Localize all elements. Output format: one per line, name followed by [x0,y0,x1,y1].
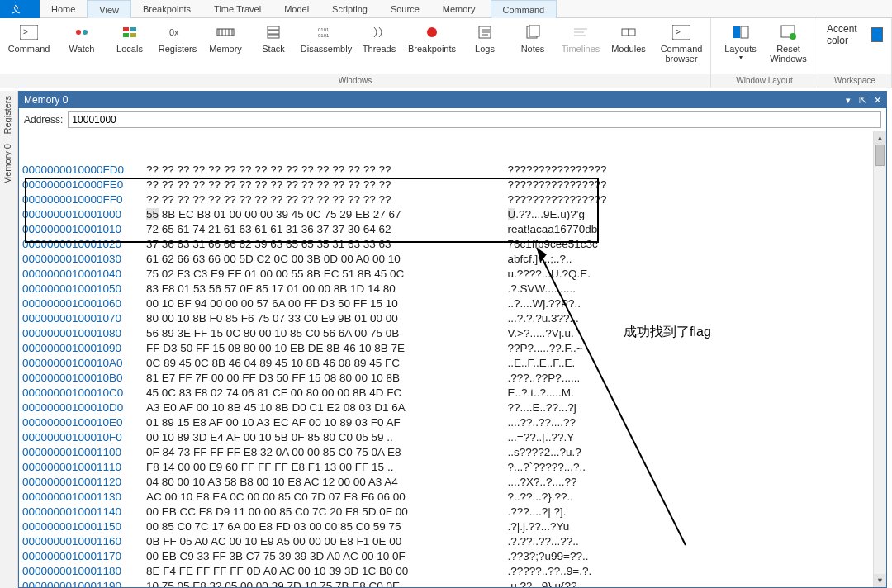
hex-address: 00000000100010B0 [22,371,146,386]
hex-row[interactable]: 0000000010001110F8 14 00 00 E9 60 FF FF … [22,460,883,475]
hex-row[interactable]: 000000001000102037 36 63 31 66 66 62 39 … [22,237,883,252]
hex-row[interactable]: 00000000100010E001 89 15 E8 AF 00 10 A3 … [22,415,883,430]
hex-row[interactable]: 000000001000108056 89 3E FF 15 0C 80 00 … [22,326,883,341]
panel-pin-icon[interactable]: ⇱ [859,95,866,105]
hex-bytes: 37 36 63 31 66 66 62 39 63 65 65 35 31 6… [146,237,501,252]
hex-dump[interactable]: 0000000010000FD0?? ?? ?? ?? ?? ?? ?? ?? … [19,131,886,587]
ribbon-layouts[interactable]: Layouts▾ [717,21,765,61]
ribbon-memory[interactable]: Memory [202,21,249,54]
ribbon-disassembly[interactable]: 01010101Disassembly [297,21,355,54]
hex-row[interactable]: 000000001000114000 EB CC E8 D9 11 00 00 … [22,505,883,519]
hex-row[interactable]: 0000000010000FF0?? ?? ?? ?? ?? ?? ?? ?? … [22,192,883,207]
tab-model[interactable]: Model [273,0,320,18]
hex-row[interactable]: 0000000010000FD0?? ?? ?? ?? ?? ?? ?? ?? … [22,163,883,178]
hex-row[interactable]: 0000000010001130AC 00 10 E8 EA 0C 00 00 … [22,490,883,505]
hex-address: 0000000010001020 [22,237,146,252]
panel-dropdown-icon[interactable]: ▾ [846,95,851,105]
hex-ascii: ?..??...?}.??.. [501,490,573,505]
hex-row[interactable]: 000000001000112004 80 00 10 A3 58 B8 00 … [22,475,883,490]
tab-file[interactable]: 文件 [0,0,40,18]
hex-row[interactable]: 000000001000104075 02 F3 C3 E9 EF 01 00 … [22,267,883,282]
hex-row[interactable]: 000000001000117000 EB C9 33 FF 3B C7 75 … [22,549,883,564]
hex-row[interactable]: 00000000100010A00C 89 45 0C 8B 46 04 89 … [22,356,883,371]
hex-row[interactable]: 00000000100011600B FF 05 A0 AC 00 10 E9 … [22,534,883,549]
scroll-up-icon[interactable]: ▲ [874,131,886,145]
hex-row[interactable]: 0000000010001090FF D3 50 FF 15 08 80 00 … [22,341,883,356]
tab-breakpoints[interactable]: Breakpoints [131,0,202,18]
address-input[interactable] [68,111,881,128]
vertical-scrollbar[interactable]: ▲ ▼ [873,131,886,587]
ribbon-registers[interactable]: 0xRegisters [154,21,202,54]
hex-bytes: 00 EB CC E8 D9 11 00 00 85 C0 7C 20 E8 5… [146,505,501,519]
svg-rect-30 [622,29,629,36]
ribbon-threads[interactable]: Threads [355,21,403,54]
hex-row[interactable]: 000000001000100055 8B EC B8 01 00 00 00 … [22,207,883,222]
tab-scripting[interactable]: Scripting [320,0,379,18]
hex-address: 00000000100010D0 [22,401,146,415]
ribbon-watch[interactable]: Watch [58,21,106,54]
hex-row[interactable]: 00000000100011808E F4 FE FF FF FF 0D A0 … [22,564,883,579]
hex-row[interactable]: 00000000100011000F 84 73 FF FF FF E8 32 … [22,445,883,460]
hex-address: 00000000100010F0 [22,430,146,445]
annotation-text: 成功找到了flag [624,324,711,341]
ribbon-command-label: Command [8,44,50,54]
hex-row[interactable]: 000000001000115000 85 C0 7C 17 6A 00 E8 … [22,519,883,534]
sidebar-memory0[interactable]: Memory 0 [0,139,15,189]
tab-home[interactable]: Home [40,0,87,18]
ribbon-reset-windows[interactable]: ResetWindows [765,21,813,64]
hex-row[interactable]: 000000001000101072 65 61 74 21 61 63 61 … [22,222,883,237]
tab-command[interactable]: Command [491,0,558,18]
ribbon-logs[interactable]: Logs [461,21,509,54]
hex-ascii: ???????????????? [501,192,607,207]
hex-address: 0000000010001160 [22,534,146,549]
hex-row[interactable]: 000000001000103061 62 66 63 66 00 5D C2 … [22,252,883,267]
scrollbar-thumb[interactable] [875,145,885,166]
ribbon-notes[interactable]: Notes [509,21,557,54]
hex-bytes: AC 00 10 E8 EA 0C 00 00 85 C0 7D 07 E8 E… [146,490,501,505]
hex-bytes: 00 EB C9 33 FF 3B C7 75 39 39 3D A0 AC 0… [146,549,501,564]
ribbon-command-browser-label1: Command [661,44,703,54]
accent-color-swatch[interactable] [871,27,883,42]
ribbon-breakpoints-label: Breakpoints [408,44,456,54]
hex-ascii: ....?X?..?....?? [501,475,577,490]
tab-source[interactable]: Source [379,0,431,18]
accent-color-label: Accent color [827,23,866,46]
hex-address: 00000000100010A0 [22,356,146,371]
hex-row[interactable]: 00000000100010D0A3 E0 AF 00 10 8B 45 10 … [22,401,883,415]
terminal-icon: >_ [19,23,39,41]
ribbon-modules[interactable]: Modules [605,21,652,54]
ribbon-locals[interactable]: Locals [106,21,154,54]
modules-icon [619,23,638,41]
sidebar-registers[interactable]: Registers [0,91,15,139]
ribbon-memory-label: Memory [209,44,242,54]
hex-bytes: ?? ?? ?? ?? ?? ?? ?? ?? ?? ?? ?? ?? ?? ?… [146,178,501,192]
hex-bytes: 01 89 15 E8 AF 00 10 A3 EC AF 00 10 89 0… [146,415,501,430]
hex-address: 0000000010000FE0 [22,178,146,192]
ribbon-notes-label: Notes [521,44,545,54]
hex-bytes: 04 80 00 10 A3 58 B8 00 10 E8 AC 12 00 0… [146,475,501,490]
hex-bytes: 80 00 10 8B F0 85 F6 75 07 33 C0 E9 9B 0… [146,311,501,326]
ribbon-command[interactable]: >_Command [0,21,58,54]
hex-row[interactable]: 000000001000107080 00 10 8B F0 85 F6 75 … [22,311,883,326]
hex-row[interactable]: 00000000100010F000 10 89 3D E4 AF 00 10 … [22,430,883,445]
locals-icon [120,23,140,41]
ribbon-breakpoints[interactable]: Breakpoints [403,21,461,54]
ribbon-stack-label: Stack [262,44,285,54]
panel-close-icon[interactable]: ✕ [874,95,881,105]
hex-row[interactable]: 00000000100010C045 0C 83 F8 02 74 06 81 … [22,386,883,401]
svg-point-3 [83,30,88,35]
ribbon-command-browser[interactable]: >_Commandbrowser [652,21,710,64]
tab-view[interactable]: View [87,0,131,18]
hex-row[interactable]: 000000001000119010 75 05 E8 32 05 00 00 … [22,579,883,587]
ribbon-threads-label: Threads [363,44,396,54]
hex-row[interactable]: 0000000010000FE0?? ?? ?? ?? ?? ?? ?? ?? … [22,178,883,192]
ribbon-watch-label: Watch [69,44,95,54]
ribbon-stack[interactable]: Stack [249,21,297,54]
memory-panel: Memory 0 ▾ ⇱ ✕ Address: 0000000010000FD0… [18,91,887,588]
tab-memory[interactable]: Memory [431,0,487,18]
scroll-down-icon[interactable]: ▼ [874,574,886,587]
hex-row[interactable]: 000000001000106000 10 BF 94 00 00 00 57 … [22,296,883,311]
hex-row[interactable]: 00000000100010B081 E7 FF 7F 00 00 FF D3 … [22,371,883,386]
tab-timetravel[interactable]: Time Travel [202,0,273,18]
hex-row[interactable]: 000000001000105083 F8 01 53 56 57 0F 85 … [22,282,883,296]
